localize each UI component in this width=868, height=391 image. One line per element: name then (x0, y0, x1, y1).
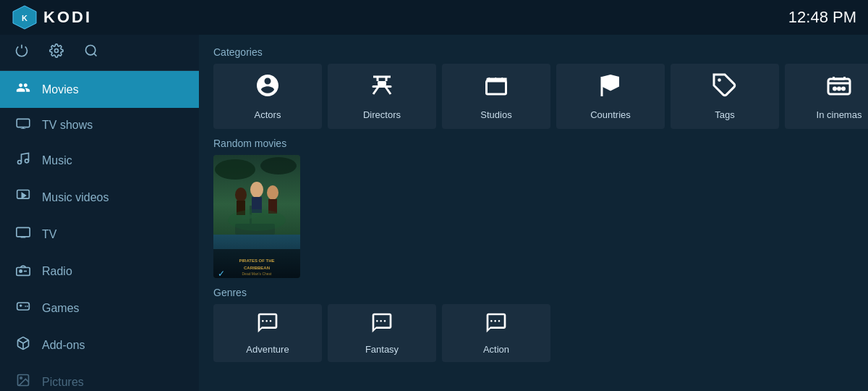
svg-point-12 (20, 377, 22, 379)
svg-point-2 (55, 49, 59, 53)
random-movies-title: Random movies (213, 138, 854, 149)
svg-point-10 (20, 270, 22, 272)
music-icon (14, 151, 32, 169)
categories-section: Categories Actors (213, 46, 854, 129)
sidebar: Movies TV shows (0, 35, 199, 391)
sidebar-top-icons (0, 35, 199, 71)
action-icon (485, 311, 508, 340)
movies-icon (14, 80, 32, 98)
sidebar-item-musicvideos[interactable]: Music videos (0, 179, 199, 216)
settings-icon[interactable] (49, 43, 64, 62)
svg-point-3 (86, 46, 95, 55)
tv-icon (14, 225, 32, 243)
svg-text:✓: ✓ (218, 269, 225, 278)
genre-tile-fantasy[interactable]: Fantasy (328, 304, 436, 362)
musicvideos-icon (14, 188, 32, 206)
svg-point-32 (843, 88, 845, 90)
svg-rect-4 (17, 119, 30, 127)
tags-icon (712, 72, 738, 104)
sidebar-item-radio[interactable]: Radio (0, 253, 199, 290)
category-tile-tags[interactable]: Tags (671, 64, 779, 129)
action-label: Action (483, 344, 509, 355)
sidebar-item-movies[interactable]: Movies (0, 71, 199, 108)
search-icon[interactable] (84, 43, 98, 62)
radio-icon (14, 262, 32, 280)
content-area: Categories Actors (199, 35, 868, 391)
category-tile-actors[interactable]: Actors (213, 64, 322, 129)
svg-rect-8 (17, 227, 30, 237)
tags-label: Tags (715, 109, 734, 120)
addons-icon (14, 336, 32, 354)
sidebar-item-addons[interactable]: Add-ons (0, 327, 199, 363)
genres-section: Genres Adventure (213, 287, 854, 362)
sidebar-item-tv[interactable]: TV (0, 216, 199, 253)
directors-label: Directors (363, 109, 401, 120)
genre-tile-action[interactable]: Action (442, 304, 550, 362)
studios-label: Studios (480, 109, 511, 120)
genres-row: Adventure Fantasy (213, 304, 854, 362)
svg-text:CARIBBEAN: CARIBBEAN (244, 266, 270, 270)
sidebar-item-games[interactable]: Games (0, 290, 199, 327)
category-tile-studios[interactable]: Studios (442, 64, 550, 129)
svg-point-35 (215, 159, 255, 180)
svg-point-30 (834, 88, 836, 90)
actors-icon (255, 72, 281, 104)
category-tile-incinemas[interactable]: In cinemas (785, 64, 868, 129)
sidebar-item-radio-label: Radio (42, 265, 72, 278)
svg-rect-20 (487, 81, 506, 94)
studios-icon (483, 72, 509, 104)
sidebar-item-addons-label: Add-ons (42, 339, 85, 352)
categories-row: Actors (213, 64, 854, 129)
sidebar-item-games-label: Games (42, 302, 80, 315)
app-branding: K KODI (12, 4, 92, 30)
svg-text:K: K (22, 14, 27, 22)
main-layout: Movies TV shows (0, 35, 868, 391)
svg-point-46 (228, 209, 286, 231)
countries-icon (597, 72, 624, 104)
kodi-logo-icon: K (12, 4, 38, 30)
sidebar-item-music-label: Music (42, 154, 72, 167)
app-title: KODI (43, 8, 92, 27)
svg-point-42 (250, 182, 263, 198)
svg-point-36 (260, 157, 297, 175)
svg-text:Dead Man's Chest: Dead Man's Chest (242, 272, 273, 276)
random-movies-row: PIRATES OF THE CARIBBEAN Dead Man's Ches… (213, 155, 854, 278)
clock: 12:48 PM (788, 8, 856, 27)
movie-card-pirates[interactable]: PIRATES OF THE CARIBBEAN Dead Man's Ches… (213, 155, 300, 278)
category-tile-directors[interactable]: Directors (328, 64, 436, 129)
countries-label: Countries (590, 109, 631, 120)
sidebar-item-tvshows[interactable]: TV shows (0, 108, 199, 142)
svg-point-6 (25, 159, 29, 163)
svg-rect-15 (378, 81, 386, 85)
svg-text:PIRATES OF THE: PIRATES OF THE (239, 258, 274, 263)
categories-title: Categories (213, 46, 854, 58)
fantasy-label: Fantasy (365, 344, 399, 355)
incinemas-label: In cinemas (817, 109, 862, 120)
directors-chair-icon (369, 72, 395, 104)
adventure-icon (256, 311, 279, 340)
tvshows-icon (14, 117, 32, 133)
adventure-label: Adventure (246, 344, 289, 355)
svg-rect-9 (17, 268, 30, 276)
sidebar-item-tv-label: TV (42, 228, 56, 241)
sidebar-item-movies-label: Movies (42, 83, 79, 96)
sidebar-item-pictures[interactable]: Pictures (0, 363, 199, 391)
power-icon[interactable] (14, 43, 29, 62)
sidebar-nav: Movies TV shows (0, 71, 199, 391)
topbar: K KODI 12:48 PM (0, 0, 868, 35)
random-movies-section: Random movies (213, 138, 854, 278)
sidebar-item-tvshows-label: TV shows (42, 119, 93, 132)
sidebar-item-musicvideos-label: Music videos (42, 191, 109, 204)
sidebar-item-music[interactable]: Music (0, 142, 199, 179)
svg-point-40 (235, 188, 247, 202)
games-icon (14, 299, 32, 317)
genres-title: Genres (213, 287, 854, 298)
fantasy-icon (370, 311, 393, 340)
genre-tile-adventure[interactable]: Adventure (213, 304, 322, 362)
incinemas-icon (826, 72, 852, 104)
svg-point-31 (838, 88, 841, 90)
sidebar-item-pictures-label: Pictures (42, 376, 84, 389)
svg-rect-16 (373, 85, 392, 88)
category-tile-countries[interactable]: Countries (556, 64, 665, 129)
actors-label: Actors (255, 109, 281, 120)
